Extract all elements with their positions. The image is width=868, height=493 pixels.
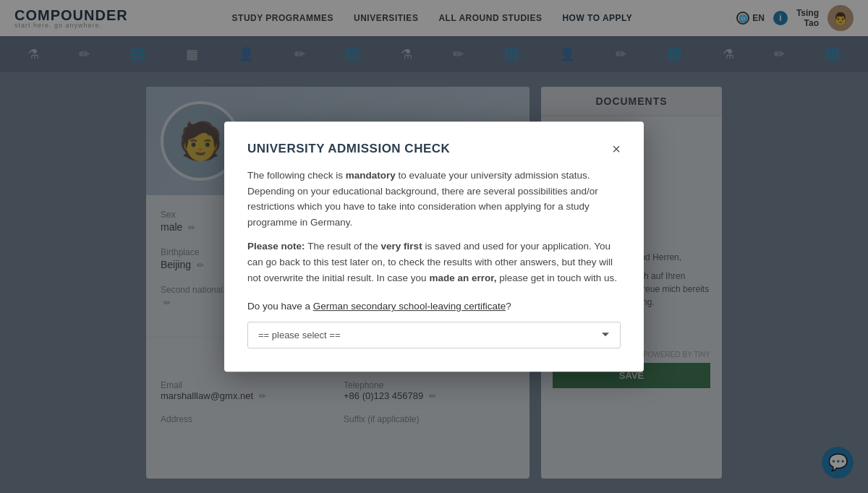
para1-bold: mandatory: [346, 170, 396, 181]
para2-very-first: very first: [381, 241, 422, 252]
question-underline: German secondary school-leaving certific…: [313, 301, 506, 312]
modal-close-button[interactable]: ×: [612, 142, 621, 156]
para2-final: please get in touch with us.: [496, 273, 617, 283]
para2-bold-end: made an error,: [429, 273, 496, 283]
modal-title: UNIVERSITY ADMISSION CHECK: [247, 142, 450, 156]
modal-paragraph-1: The following check is mandatory to eval…: [247, 168, 621, 230]
admission-check-modal: UNIVERSITY ADMISSION CHECK × The followi…: [224, 121, 644, 372]
modal-paragraph-2: Please note: The result of the very firs…: [247, 239, 621, 286]
modal-body: The following check is mandatory to eval…: [247, 168, 621, 348]
para2-bold-start: The result of the: [307, 241, 380, 252]
modal-header: UNIVERSITY ADMISSION CHECK ×: [247, 142, 621, 156]
para1-start: The following check is: [247, 170, 346, 181]
modal-question: Do you have a German secondary school-le…: [247, 299, 621, 314]
modal-select[interactable]: == please select == Yes No: [247, 322, 621, 348]
para2-start: Please note:: [247, 241, 307, 252]
